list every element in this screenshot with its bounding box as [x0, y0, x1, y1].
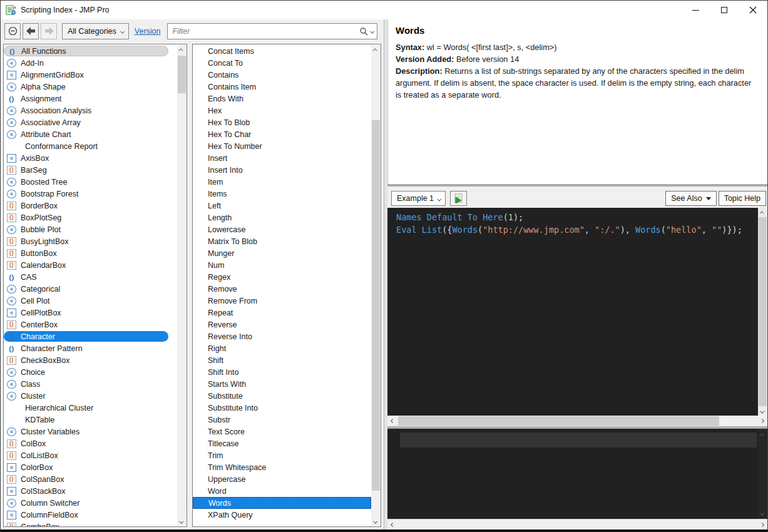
- list-item[interactable]: Munger: [193, 247, 371, 259]
- list-item[interactable]: Reverse Into: [193, 330, 371, 342]
- list-item[interactable]: «Bubble Plot: [4, 223, 177, 235]
- list-item[interactable]: «Cell Plot: [4, 295, 177, 307]
- list-item[interactable]: Concat To: [193, 57, 371, 69]
- list-item[interactable]: Hex: [193, 105, 371, 116]
- list-item[interactable]: Length: [193, 212, 371, 223]
- list-item[interactable]: Ends With: [193, 93, 371, 105]
- scroll-right-icon[interactable]: [757, 519, 767, 530]
- list-item[interactable]: Hex To Blob: [193, 116, 371, 128]
- list-item[interactable]: Remove From: [193, 295, 371, 307]
- list-item[interactable]: Substitute Into: [193, 402, 371, 414]
- list-item[interactable]: Left: [193, 200, 371, 212]
- search-icon[interactable]: [359, 27, 368, 36]
- scroll-left-icon[interactable]: [387, 519, 398, 530]
- list-item[interactable]: KDTable: [4, 414, 177, 426]
- list-item[interactable]: «Add-In: [4, 57, 177, 69]
- list-item[interactable]: Lowercase: [193, 223, 371, 235]
- list-item[interactable]: «Alpha Shape: [4, 81, 177, 93]
- list-item[interactable]: «Bootstrap Forest: [4, 188, 177, 200]
- category-list-scrollbar[interactable]: [177, 45, 187, 526]
- scroll-up-icon[interactable]: [177, 45, 187, 54]
- forward-button[interactable]: [41, 23, 57, 39]
- list-item[interactable]: ()CalendarBox: [4, 259, 177, 271]
- list-item[interactable]: Trim: [193, 449, 371, 461]
- list-item[interactable]: Concat Items: [193, 45, 371, 57]
- code-vertical-scrollbar[interactable]: [758, 208, 767, 416]
- list-item[interactable]: Items: [193, 188, 371, 200]
- list-item[interactable]: Item: [193, 176, 371, 188]
- list-item[interactable]: ()CenterBox: [4, 319, 177, 330]
- list-item[interactable]: «Associative Array: [4, 116, 177, 128]
- list-item[interactable]: ()ButtonBox: [4, 247, 177, 259]
- list-item[interactable]: «Class: [4, 378, 177, 390]
- list-item[interactable]: Substitute: [193, 390, 371, 402]
- list-item[interactable]: ()CAS: [4, 271, 177, 283]
- filter-searchbox[interactable]: [167, 23, 377, 39]
- list-item[interactable]: «AlignmentGridBox: [4, 69, 177, 81]
- list-item[interactable]: «ColStackBox: [4, 485, 177, 497]
- function-listbox[interactable]: Concat ItemsConcat ToContainsContains It…: [192, 44, 381, 527]
- list-item[interactable]: ()Character Pattern: [4, 342, 177, 354]
- list-item[interactable]: «Association Analysis: [4, 105, 177, 116]
- list-item[interactable]: Hex To Number: [193, 140, 371, 152]
- list-item[interactable]: «Column Switcher: [4, 497, 177, 509]
- list-item[interactable]: Num: [193, 259, 371, 271]
- list-item[interactable]: Right: [193, 342, 371, 354]
- horizontal-splitter[interactable]: [387, 184, 767, 189]
- list-item[interactable]: Matrix To Blob: [193, 235, 371, 247]
- list-item[interactable]: «Boosted Tree: [4, 176, 177, 188]
- scroll-left-icon[interactable]: [387, 416, 398, 426]
- close-button[interactable]: [739, 1, 767, 19]
- list-item[interactable]: «Categorical: [4, 283, 177, 295]
- list-item[interactable]: «ColumnFieldBox: [4, 509, 177, 521]
- list-item[interactable]: Text Score: [193, 426, 371, 437]
- list-item[interactable]: Contains: [193, 69, 371, 81]
- list-item[interactable]: ()ColSpanBox: [4, 473, 177, 485]
- list-item[interactable]: Insert Into: [193, 164, 371, 176]
- list-item[interactable]: Substr: [193, 414, 371, 426]
- list-item[interactable]: XPath Query: [193, 509, 371, 521]
- list-item[interactable]: ()ColListBox: [4, 449, 177, 461]
- list-item[interactable]: ()All Functions: [4, 45, 177, 57]
- function-list-scrollbar[interactable]: [371, 45, 381, 526]
- list-item[interactable]: «Attribute Chart: [4, 128, 177, 140]
- minimize-button[interactable]: [681, 1, 710, 19]
- maximize-button[interactable]: [710, 1, 739, 19]
- list-item[interactable]: Trim Whitespace: [193, 461, 371, 473]
- run-script-button[interactable]: [450, 191, 467, 206]
- list-item[interactable]: «CellPlotBox: [4, 307, 177, 319]
- scrollbar-thumb[interactable]: [398, 416, 719, 426]
- scroll-down-icon[interactable]: [758, 406, 767, 416]
- log-vertical-scrollbar[interactable]: [758, 429, 767, 519]
- list-item[interactable]: ()Character: [4, 330, 177, 342]
- back-button[interactable]: [23, 23, 39, 39]
- list-item[interactable]: «ColorBox: [4, 461, 177, 473]
- list-item[interactable]: Reverse: [193, 319, 371, 330]
- list-item[interactable]: Remove: [193, 283, 371, 295]
- list-item[interactable]: Regex: [193, 271, 371, 283]
- log-panel[interactable]: [387, 429, 767, 519]
- category-listbox[interactable]: ()All Functions«Add-In«AlignmentGridBox«…: [3, 44, 187, 527]
- scroll-up-icon[interactable]: [758, 430, 767, 439]
- list-item[interactable]: Shift: [193, 354, 371, 366]
- see-also-button[interactable]: See Also: [665, 191, 716, 206]
- list-item[interactable]: Shift Into: [193, 366, 371, 378]
- scroll-down-icon[interactable]: [758, 508, 767, 518]
- scroll-up-icon[interactable]: [371, 45, 381, 54]
- example-dropdown[interactable]: Example 1: [391, 191, 446, 206]
- scrollbar-thumb[interactable]: [372, 120, 380, 491]
- list-item[interactable]: Words: [193, 497, 371, 509]
- list-item[interactable]: «Cluster: [4, 390, 177, 402]
- code-editor[interactable]: Names Default To Here(1);Eval List({Word…: [387, 208, 767, 416]
- list-item[interactable]: ()BusyLightBox: [4, 235, 177, 247]
- filter-dropdown-icon[interactable]: [370, 29, 374, 34]
- list-item[interactable]: «AxisBox: [4, 152, 177, 164]
- list-item[interactable]: Word: [193, 485, 371, 497]
- list-item[interactable]: ()Assignment: [4, 93, 177, 105]
- list-item[interactable]: Repeat: [193, 307, 371, 319]
- list-item[interactable]: «Choice: [4, 366, 177, 378]
- version-link[interactable]: Version: [135, 27, 161, 36]
- log-selected-row[interactable]: [400, 432, 757, 448]
- collapse-button[interactable]: [4, 23, 21, 39]
- list-item[interactable]: Contains Item: [193, 81, 371, 93]
